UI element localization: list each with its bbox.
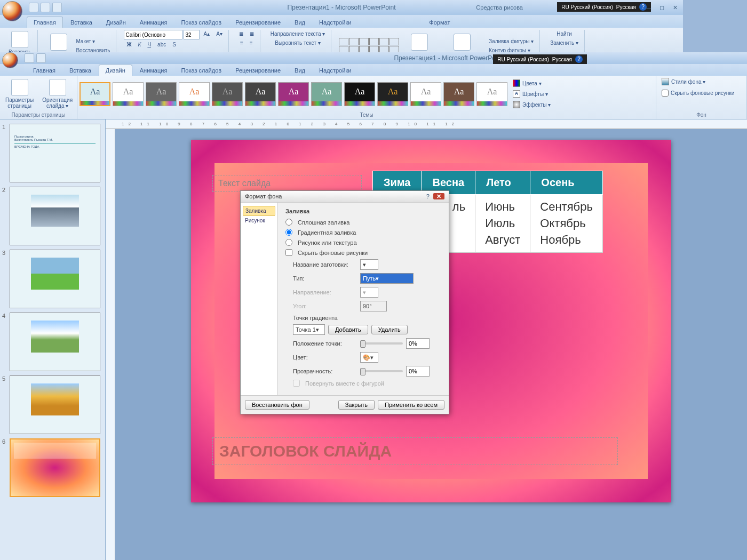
theme-thumb[interactable]: Aa [80,82,110,106]
dialog-close-button[interactable]: ✕ [433,193,444,199]
theme-thumb[interactable]: Aa [476,82,507,106]
bullets-icon[interactable]: ≣ [236,30,246,38]
themes-gallery[interactable]: Aa Aa Aa Aa Aa Aa Aa Aa Aa Aa Aa Aa Aa [80,82,507,106]
nav-picture[interactable]: Рисунок [243,216,275,225]
qat-save-inner[interactable] [25,53,34,63]
th-autumn[interactable]: Осень [530,171,603,195]
language-bar[interactable]: RU Русский (Россия) Русская ? [557,2,651,12]
orientation-button[interactable]: Ориентация слайда ▾ [39,78,76,110]
slide-thumb-6[interactable] [10,438,100,497]
bg-styles-button[interactable]: Стили фона ▾ [658,77,683,86]
tab2-insert[interactable]: Вставка [63,65,98,76]
font-name-combo[interactable] [124,30,182,39]
type-combo[interactable]: Путь ▾ [360,273,414,284]
numbering-icon[interactable]: ≣ [247,30,257,38]
tab2-slideshow[interactable]: Показ слайдов [174,65,228,76]
slide-thumb-3[interactable] [10,250,100,308]
stop-combo[interactable]: Точка 1 ▾ [293,324,325,335]
replace-button[interactable]: Заменить ▾ [547,39,581,47]
title-placeholder[interactable]: ЗАГОЛОВОК СЛАЙДА [212,437,618,465]
effects-button[interactable]: Эффекты ▾ [510,100,554,109]
theme-thumb[interactable]: Aa [377,82,408,106]
tab-format[interactable]: Формат [423,17,456,28]
tab-slideshow[interactable]: Показ слайдов [174,17,228,28]
tab-view[interactable]: Вид [288,17,312,28]
preset-combo[interactable]: ▾ [360,259,378,270]
tab-addins[interactable]: Надстройки [313,17,357,28]
tab-animation[interactable]: Анимация [133,17,174,28]
apply-all-button[interactable]: Применить ко всем [378,400,444,410]
shape-fill-button[interactable]: Заливка фигуры ▾ [486,37,536,45]
lang-help-icon-inner[interactable]: ? [575,55,583,63]
align-center-icon[interactable]: ≡ [247,39,256,47]
shapes-gallery[interactable] [339,38,399,53]
colors-button[interactable]: Цвета ▾ [510,78,554,88]
radio-gradient[interactable] [285,229,292,236]
td-summer[interactable]: ИюньИюльАвгуст [475,195,530,253]
tab2-animation[interactable]: Анимация [133,65,174,76]
transparency-input[interactable] [406,366,430,377]
dialog-help-icon[interactable]: ? [424,193,432,199]
td-autumn[interactable]: СентябрьОктябрьНоябрь [530,195,603,253]
align-text-button[interactable]: Выровнять текст ▾ [272,39,323,47]
tab-insert[interactable]: Вставка [64,17,99,28]
qat-undo-inner[interactable] [36,53,46,63]
tab2-review[interactable]: Рецензирование [229,65,287,76]
slides-panel[interactable]: Слайды Структура 1ПодготовилаВоспитатель… [0,119,106,509]
hide-bg-checkbox[interactable]: Скрыть фоновые рисунки [658,89,683,98]
minimize-button[interactable]: — [642,4,654,11]
tab2-addins[interactable]: Надстройки [313,65,357,76]
bold-button[interactable]: Ж [124,41,134,49]
theme-thumb[interactable]: Aa [278,82,309,106]
tab2-view[interactable]: Вид [288,65,312,76]
position-slider[interactable] [360,342,403,345]
underline-button[interactable]: Ч [145,41,154,49]
close-button[interactable]: ✕ [670,4,681,11]
layout-button[interactable]: Макет ▾ [73,37,113,45]
remove-stop-button[interactable]: Удалить [371,325,408,334]
theme-thumb[interactable]: Aa [146,82,177,106]
slide-thumb-4[interactable] [10,313,100,371]
radio-picture[interactable] [285,239,292,246]
align-left-icon[interactable]: ≡ [237,39,246,47]
theme-thumb[interactable]: Aa [245,82,276,106]
qat-undo-icon[interactable] [41,3,50,12]
position-input[interactable] [406,338,430,349]
th-summer[interactable]: Лето [475,171,530,195]
maximize-button[interactable]: ◻ [656,4,667,11]
theme-thumb[interactable]: Aa [212,82,243,106]
font-size-combo[interactable] [184,30,200,39]
tab2-design[interactable]: Дизайн [99,65,132,76]
page-setup-button[interactable]: Параметры страницы [2,78,37,110]
italic-button[interactable]: К [136,41,144,49]
theme-thumb[interactable]: Aa [179,82,210,106]
close-button-dialog[interactable]: Закрыть [338,400,375,410]
tab-design[interactable]: Дизайн [100,17,132,28]
text-direction-button[interactable]: Направление текста ▾ [268,30,328,38]
slide-thumb-5[interactable] [10,375,100,434]
check-hide-bg[interactable] [285,249,292,256]
office-button-inner[interactable] [2,52,18,68]
theme-thumb[interactable]: Aa [113,82,144,106]
theme-thumb[interactable]: Aa [410,82,441,106]
shrink-font-icon[interactable]: A▾ [213,30,225,39]
theme-thumb[interactable]: Aa [443,82,474,106]
office-button[interactable] [2,1,22,21]
transparency-slider[interactable] [360,370,403,372]
reset-bg-button[interactable]: Восстановить фон [245,400,309,410]
dialog-titlebar[interactable]: Формат фона ? ✕ [241,191,449,203]
nav-fill[interactable]: Заливка [243,206,275,216]
theme-thumb[interactable]: Aa [344,82,375,106]
fonts-button[interactable]: AШрифты ▾ [510,89,554,99]
add-stop-button[interactable]: Добавить [328,325,368,334]
qat-save-icon[interactable] [29,3,38,12]
tab2-home[interactable]: Главная [27,65,62,76]
qat-redo-icon[interactable] [52,3,62,12]
strike-button[interactable]: abc [155,41,169,49]
shadow-button[interactable]: S [170,41,179,49]
tab-review[interactable]: Рецензирование [229,17,287,28]
color-combo[interactable]: 🎨▾ [360,352,378,363]
language-bar-inner[interactable]: RU Русский (Россия) Русская ? [493,54,587,64]
subtitle-placeholder[interactable]: Текст слайда [212,175,362,192]
slide-thumb-1[interactable]: ПодготовилаВоспитатель Рыжова Т.М.ВРЕМЕН… [10,124,100,182]
